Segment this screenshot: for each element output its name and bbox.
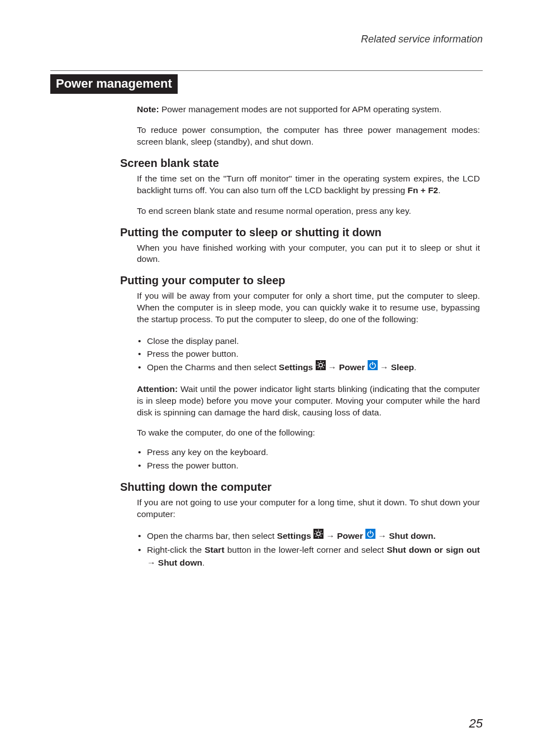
svg-line-9 — [322, 362, 323, 363]
label-shutdown: Shut down. — [389, 531, 436, 540]
page-number: 25 — [469, 716, 483, 731]
label-settings: Settings — [279, 362, 313, 372]
gear-icon — [316, 360, 326, 374]
arrow: → — [326, 362, 339, 372]
shutdown-p1: If you are not going to use your compute… — [137, 497, 480, 520]
label-settings: Settings — [277, 531, 311, 540]
wake-list: Press any key on the keyboard. Press the… — [137, 446, 480, 472]
arrow: → — [375, 531, 389, 540]
text: . — [414, 362, 416, 372]
label-power: Power — [337, 531, 363, 540]
sleep-p1: If you will be away from your computer f… — [137, 290, 480, 326]
list-item: Open the Charms and then select Settings… — [137, 361, 480, 375]
list-item: Press the power button. — [137, 347, 480, 360]
heading-shutdown: Shutting down the computer — [120, 481, 483, 494]
label-shutdown: Shut down — [158, 558, 202, 567]
svg-line-21 — [321, 536, 321, 537]
list-item: Open the charms bar, then select Setting… — [137, 529, 480, 543]
wake-p: To wake the computer, do one of the foll… — [137, 427, 480, 439]
label-start: Start — [204, 545, 224, 554]
text: Open the Charms and then select — [147, 362, 279, 372]
svg-line-22 — [316, 536, 316, 537]
sleep-block: If you will be away from your computer f… — [137, 290, 480, 471]
text: Right-click the — [147, 545, 204, 554]
list-item: Right-click the Start button in the lowe… — [137, 543, 480, 570]
text: Open the charms bar, then select — [147, 531, 277, 540]
sleep-shutdown-p1: When you have finished working with your… — [137, 242, 480, 266]
intro-block: Note: Power management modes are not sup… — [137, 104, 480, 148]
screen-blank-p1: If the time set on the "Turn off monitor… — [137, 173, 480, 197]
text: . — [438, 185, 440, 195]
note-text: Power management modes are not supported… — [159, 104, 442, 114]
screen-blank-p2: To end screen blank state and resume nor… — [137, 205, 480, 217]
label-power: Power — [339, 362, 365, 372]
note-label: Note: — [137, 104, 159, 114]
svg-line-7 — [322, 367, 323, 368]
running-header: Related service information — [50, 34, 483, 45]
shutdown-list: Open the charms bar, then select Setting… — [137, 529, 480, 570]
heading-screen-blank: Screen blank state — [120, 157, 483, 170]
label-sleep: Sleep — [391, 362, 414, 372]
section-banner: Power management — [50, 74, 178, 94]
text: . — [202, 558, 204, 567]
attention-label: Attention: — [137, 384, 178, 394]
svg-line-20 — [316, 531, 316, 532]
arrow: → — [323, 531, 337, 540]
attention-text: Wait until the power indicator light sta… — [137, 384, 480, 417]
text: button in the lower-left corner and sele… — [225, 545, 387, 554]
power-icon — [368, 360, 378, 374]
sleep-shutdown-block: When you have finished working with your… — [137, 242, 480, 266]
svg-line-23 — [321, 531, 321, 532]
list-item: Press the power button. — [137, 459, 480, 472]
list-item: Close the display panel. — [137, 334, 480, 347]
intro-paragraph: To reduce power consumption, the compute… — [137, 125, 480, 148]
divider — [50, 70, 483, 71]
shortcut: Fn + F2 — [408, 185, 439, 195]
attention-paragraph: Attention: Wait until the power indicato… — [137, 384, 480, 419]
heading-sleep: Putting your computer to sleep — [120, 274, 483, 287]
note-paragraph: Note: Power management modes are not sup… — [137, 104, 480, 116]
svg-line-6 — [317, 362, 318, 363]
arrow: → — [147, 558, 158, 567]
shutdown-block: If you are not going to use your compute… — [137, 497, 480, 569]
gear-icon — [313, 529, 323, 542]
sleep-list: Close the display panel. Press the power… — [137, 334, 480, 375]
list-item: Press any key on the keyboard. — [137, 446, 480, 458]
power-icon — [365, 529, 375, 542]
screen-blank-block: If the time set on the "Turn off monitor… — [137, 173, 480, 217]
heading-sleep-shutdown: Putting the computer to sleep or shuttin… — [120, 226, 483, 239]
arrow: → — [378, 362, 391, 372]
svg-line-8 — [317, 367, 318, 368]
label-signout: Shut down or sign out — [387, 545, 480, 554]
